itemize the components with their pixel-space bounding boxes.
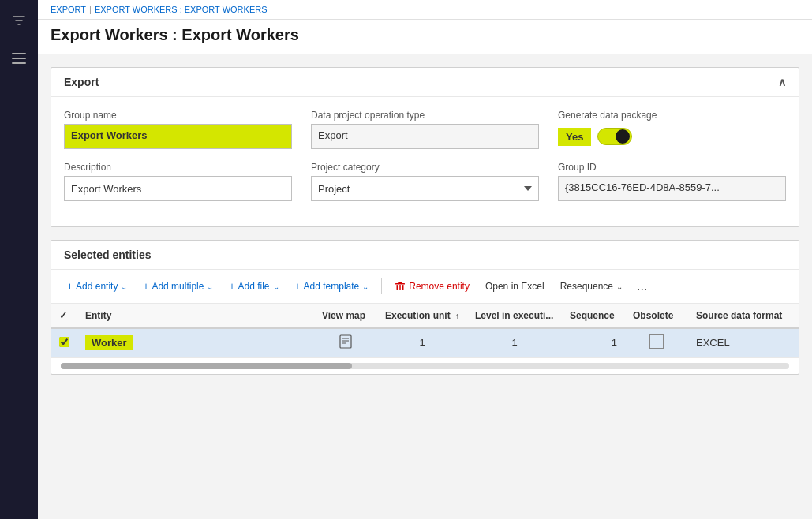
breadcrumb-sep: | (89, 5, 92, 14)
generate-pkg-label: Generate data package (558, 110, 786, 121)
th-exec-unit[interactable]: Execution unit ↑ (377, 304, 467, 328)
entities-table-wrapper: ✓ Entity View map Execution unit ↑ (51, 304, 799, 357)
open-in-excel-label: Open in Excel (485, 281, 544, 292)
row-checkbox[interactable] (59, 337, 69, 347)
add-file-chevron: ⌄ (273, 282, 279, 291)
add-entity-button[interactable]: + Add entity ⌄ (61, 277, 133, 296)
svg-rect-0 (12, 53, 26, 54)
open-in-excel-button[interactable]: Open in Excel (479, 277, 551, 296)
group-name-label: Group name (64, 110, 292, 121)
add-entity-label: Add entity (76, 281, 118, 292)
exec-sort-icon: ↑ (455, 312, 459, 320)
description-input[interactable] (64, 176, 292, 201)
th-sequence[interactable]: Sequence (562, 304, 625, 328)
data-project-op-value: Export (311, 124, 539, 149)
add-file-label: Add file (238, 281, 269, 292)
entity-name: Worker (85, 335, 133, 350)
resequence-button[interactable]: Resequence ⌄ (554, 277, 629, 296)
trash-icon (395, 281, 406, 292)
add-template-plus: + (295, 281, 301, 292)
toggle-yes-label: Yes (558, 128, 591, 146)
scrollbar-track (61, 363, 789, 369)
svg-rect-8 (340, 335, 351, 348)
group-name-group: Group name Export Workers (64, 110, 292, 149)
project-category-select[interactable]: Project Other (311, 176, 539, 201)
remove-entity-button[interactable]: Remove entity (388, 277, 476, 296)
resequence-chevron: ⌄ (616, 282, 623, 291)
remove-entity-label: Remove entity (409, 281, 470, 292)
generate-pkg-toggle[interactable] (597, 128, 632, 145)
export-card-header: Export ∧ (51, 68, 799, 97)
th-check[interactable]: ✓ (51, 304, 77, 328)
main-content: EXPORT | EXPORT WORKERS : EXPORT WORKERS… (38, 0, 812, 519)
row-sequence-cell: 1 (562, 328, 625, 357)
scrollbar-thumb[interactable] (61, 363, 352, 369)
add-file-plus: + (229, 281, 234, 292)
description-group: Description (64, 162, 292, 201)
page-header: Export Workers : Export Workers (38, 20, 812, 54)
table-header-row: ✓ Entity View map Execution unit ↑ (51, 304, 799, 328)
row-source-cell: EXCEL (688, 328, 799, 357)
th-obsolete[interactable]: Obsolete (625, 304, 688, 328)
more-options-icon[interactable]: ... (632, 276, 652, 297)
th-level[interactable]: Level in executi... (467, 304, 562, 328)
horizontal-scrollbar[interactable] (51, 357, 799, 374)
toolbar-sep-1 (381, 278, 382, 294)
row-check-cell[interactable] (51, 328, 77, 357)
form-row-2: Description Project category Project Oth… (64, 162, 786, 201)
add-multiple-plus: + (143, 281, 148, 292)
row-entity-cell: Worker (77, 328, 314, 357)
row-obsolete-cell[interactable] (625, 328, 688, 357)
export-card-title: Export (64, 76, 99, 88)
th-entity[interactable]: Entity (77, 304, 314, 328)
add-multiple-label: Add multiple (152, 281, 204, 292)
svg-rect-4 (398, 282, 402, 283)
row-viewmap-cell[interactable] (314, 328, 377, 357)
add-template-label: Add template (304, 281, 360, 292)
entity-cell-content: Worker (85, 335, 306, 350)
row-level-cell: 1 (467, 328, 562, 357)
table-row[interactable]: Worker 1 (51, 328, 799, 357)
viewmap-icon (339, 334, 353, 349)
add-entity-plus: + (67, 281, 73, 292)
th-viewmap[interactable]: View map (314, 304, 377, 328)
svg-rect-7 (402, 285, 404, 290)
row-exec-cell: 1 (377, 328, 467, 357)
add-template-button[interactable]: + Add template ⌄ (289, 277, 376, 296)
add-entity-chevron: ⌄ (121, 282, 127, 291)
svg-rect-6 (399, 285, 401, 290)
entities-card-header: Selected entities (51, 241, 799, 270)
sidebar (0, 0, 38, 519)
svg-rect-3 (395, 283, 405, 285)
content-area: Export ∧ Group name Export Workers Data … (38, 54, 812, 519)
breadcrumb: EXPORT | EXPORT WORKERS : EXPORT WORKERS (38, 0, 812, 20)
obsolete-checkbox[interactable] (649, 334, 664, 349)
project-category-group: Project category Project Other (311, 162, 539, 201)
generate-pkg-group: Generate data package Yes (558, 110, 786, 149)
breadcrumb-detail[interactable]: EXPORT WORKERS : EXPORT WORKERS (95, 5, 268, 14)
add-multiple-button[interactable]: + Add multiple ⌄ (137, 277, 219, 296)
filter-icon[interactable] (6, 8, 32, 33)
svg-rect-1 (12, 58, 26, 59)
add-template-chevron: ⌄ (362, 282, 369, 291)
project-category-label: Project category (311, 162, 539, 173)
breadcrumb-export[interactable]: EXPORT (51, 5, 86, 14)
export-card-body: Group name Export Workers Data project o… (51, 97, 799, 226)
group-id-value: {3815CC16-76ED-4D8A-8559-7... (558, 176, 786, 201)
th-source-format[interactable]: Source data format (688, 304, 799, 328)
data-project-op-label: Data project operation type (311, 110, 539, 121)
collapse-icon[interactable]: ∧ (778, 76, 786, 88)
add-multiple-chevron: ⌄ (207, 282, 213, 291)
entities-toolbar: + Add entity ⌄ + Add multiple ⌄ + Add fi… (51, 270, 799, 304)
entities-table: ✓ Entity View map Execution unit ↑ (51, 304, 799, 357)
entities-card-title: Selected entities (64, 248, 152, 261)
group-id-group: Group ID {3815CC16-76ED-4D8A-8559-7... (558, 162, 786, 201)
export-card: Export ∧ Group name Export Workers Data … (51, 67, 799, 227)
toggle-knob (616, 129, 630, 144)
entities-card: Selected entities + Add entity ⌄ + Add m… (51, 240, 799, 375)
menu-icon[interactable] (6, 46, 32, 71)
form-row-1: Group name Export Workers Data project o… (64, 110, 786, 149)
add-file-button[interactable]: + Add file ⌄ (223, 277, 285, 296)
group-name-value: Export Workers (64, 124, 292, 149)
svg-rect-5 (397, 285, 399, 290)
